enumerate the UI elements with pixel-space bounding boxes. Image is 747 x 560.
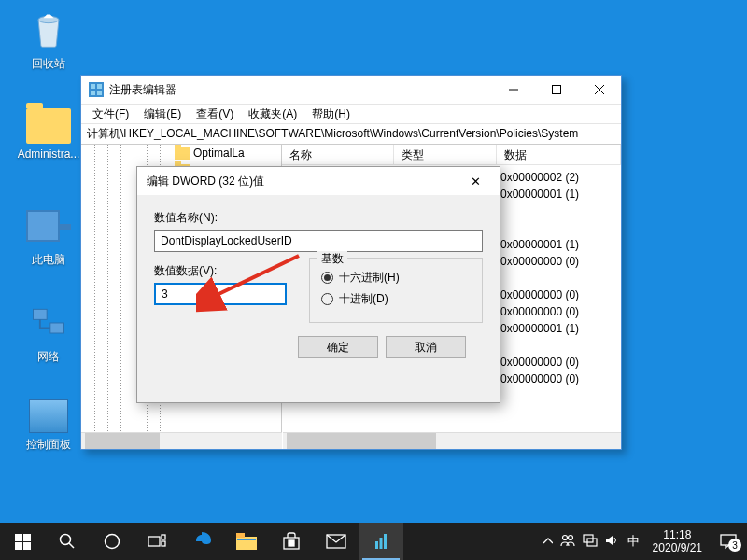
radix-group: 基数 十六进制(H) 十进制(D) bbox=[309, 258, 483, 323]
maximize-button[interactable] bbox=[535, 76, 578, 104]
svg-rect-32 bbox=[375, 541, 378, 549]
control-panel-icon bbox=[29, 399, 68, 433]
edit-dword-dialog: 编辑 DWORD (32 位)值 ✕ 数值名称(N): 数值数据(V): 基数 … bbox=[136, 166, 500, 403]
network-icon bbox=[26, 301, 71, 345]
cortana-button[interactable] bbox=[90, 523, 134, 560]
window-title: 注册表编辑器 bbox=[109, 82, 492, 98]
radio-dec[interactable]: 十进制(D) bbox=[321, 291, 471, 307]
search-button[interactable] bbox=[45, 523, 90, 560]
taskbar-app-active[interactable] bbox=[359, 523, 403, 560]
desktop-admin-folder[interactable]: Administra... bbox=[13, 103, 84, 161]
ok-button[interactable]: 确定 bbox=[298, 336, 378, 358]
svg-rect-21 bbox=[162, 535, 165, 539]
titlebar[interactable]: 注册表编辑器 bbox=[81, 76, 621, 104]
value-name-label: 数值名称(N): bbox=[154, 210, 483, 226]
col-name[interactable]: 名称 bbox=[282, 145, 394, 164]
svg-rect-1 bbox=[34, 309, 48, 319]
tray-people-icon[interactable] bbox=[560, 534, 575, 550]
menu-file[interactable]: 文件(F) bbox=[85, 106, 136, 122]
folder-icon bbox=[26, 108, 71, 144]
folder-icon bbox=[175, 147, 190, 160]
action-center-button[interactable]: 3 bbox=[710, 533, 747, 550]
svg-rect-34 bbox=[384, 534, 387, 549]
notif-badge: 3 bbox=[728, 539, 741, 552]
dialog-title: 编辑 DWORD (32 位)值 bbox=[147, 174, 460, 189]
recycle-bin-icon bbox=[26, 7, 71, 52]
svg-rect-5 bbox=[97, 84, 102, 89]
svg-rect-24 bbox=[236, 533, 245, 538]
tray-network-icon[interactable] bbox=[583, 534, 598, 550]
radix-legend: 基数 bbox=[317, 251, 347, 267]
svg-rect-20 bbox=[148, 537, 160, 546]
cancel-button[interactable]: 取消 bbox=[386, 336, 466, 358]
col-type[interactable]: 类型 bbox=[394, 145, 497, 164]
desktop-network[interactable]: 网络 bbox=[13, 301, 84, 365]
taskview-button[interactable] bbox=[134, 523, 179, 560]
taskbar: 中 11:18 2020/9/21 3 bbox=[0, 523, 747, 560]
svg-point-36 bbox=[568, 535, 572, 539]
tray-ime[interactable]: 中 bbox=[627, 533, 640, 550]
address-bar[interactable]: 计算机\HKEY_LOCAL_MACHINE\SOFTWARE\Microsof… bbox=[81, 124, 621, 145]
col-data[interactable]: 数据 bbox=[497, 145, 621, 164]
svg-rect-9 bbox=[553, 86, 561, 94]
desktop-label: Administra... bbox=[13, 147, 84, 161]
minimize-button[interactable] bbox=[492, 76, 535, 104]
store-icon[interactable] bbox=[269, 523, 314, 560]
svg-rect-25 bbox=[237, 539, 256, 540]
svg-rect-28 bbox=[292, 540, 295, 543]
pc-icon bbox=[26, 203, 71, 248]
mail-icon[interactable] bbox=[314, 523, 359, 560]
menu-view[interactable]: 查看(V) bbox=[189, 106, 241, 122]
desktop-this-pc[interactable]: 此电脑 bbox=[13, 203, 84, 268]
list-scrollbar[interactable] bbox=[283, 432, 621, 449]
svg-rect-27 bbox=[289, 540, 291, 543]
desktop-recycle-bin[interactable]: 回收站 bbox=[13, 7, 84, 72]
desktop-label: 控制面板 bbox=[13, 437, 84, 453]
value-data-label: 数值数据(V): bbox=[154, 263, 287, 279]
svg-rect-14 bbox=[23, 534, 31, 541]
start-button[interactable] bbox=[0, 523, 45, 560]
desktop-label: 网络 bbox=[13, 349, 84, 365]
close-button[interactable] bbox=[578, 76, 621, 104]
tree-scrollbar[interactable] bbox=[81, 432, 282, 449]
desktop-label: 此电脑 bbox=[13, 252, 84, 268]
menu-help[interactable]: 帮助(H) bbox=[304, 106, 358, 122]
tray-chevron-icon[interactable] bbox=[543, 535, 553, 548]
svg-rect-4 bbox=[91, 84, 95, 89]
svg-rect-30 bbox=[292, 544, 295, 547]
edge-icon[interactable] bbox=[179, 523, 224, 560]
menu-bar: 文件(F) 编辑(E) 查看(V) 收藏夹(A) 帮助(H) bbox=[81, 104, 621, 124]
value-name-input[interactable] bbox=[154, 230, 483, 252]
desktop-control-panel[interactable]: 控制面板 bbox=[13, 394, 84, 453]
list-header: 名称 类型 数据 bbox=[282, 145, 621, 165]
svg-rect-6 bbox=[91, 91, 95, 95]
explorer-icon[interactable] bbox=[224, 523, 269, 560]
svg-rect-22 bbox=[162, 541, 165, 546]
svg-point-17 bbox=[61, 535, 71, 545]
radio-hex[interactable]: 十六进制(H) bbox=[321, 270, 471, 286]
tray-volume-icon[interactable] bbox=[605, 534, 620, 550]
menu-fav[interactable]: 收藏夹(A) bbox=[241, 106, 304, 122]
svg-rect-2 bbox=[50, 323, 64, 333]
taskbar-clock[interactable]: 11:18 2020/9/21 bbox=[645, 528, 710, 555]
svg-point-19 bbox=[106, 535, 120, 549]
svg-rect-13 bbox=[15, 534, 22, 541]
value-data-input[interactable] bbox=[154, 283, 287, 305]
regedit-icon bbox=[89, 82, 104, 97]
svg-point-35 bbox=[562, 535, 567, 539]
svg-rect-33 bbox=[380, 538, 383, 549]
svg-rect-29 bbox=[289, 544, 291, 547]
menu-edit[interactable]: 编辑(E) bbox=[136, 106, 189, 122]
svg-rect-15 bbox=[15, 542, 22, 550]
svg-rect-16 bbox=[23, 542, 31, 550]
desktop-label: 回收站 bbox=[13, 56, 84, 72]
svg-line-18 bbox=[69, 543, 74, 548]
dialog-close-button[interactable]: ✕ bbox=[460, 175, 490, 189]
svg-rect-7 bbox=[97, 91, 102, 95]
